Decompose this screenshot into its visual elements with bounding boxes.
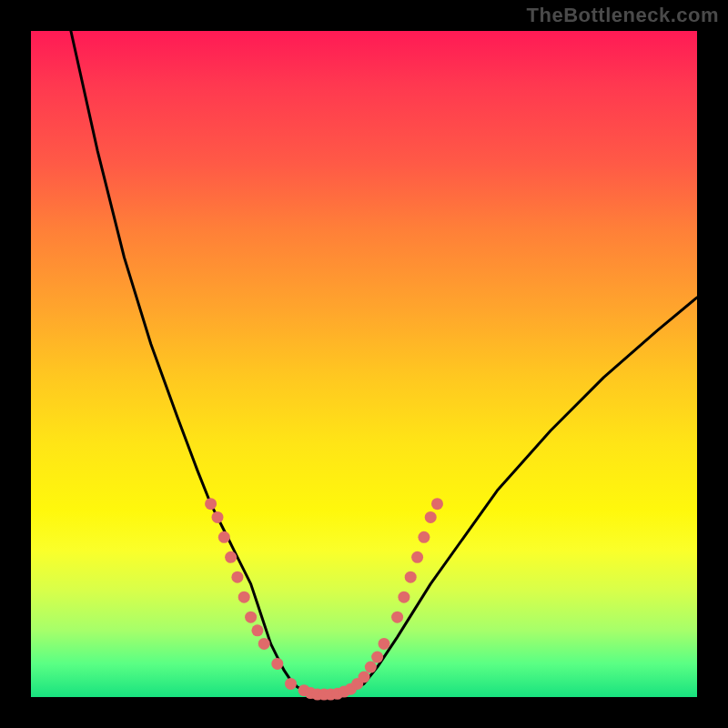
scatter-dot <box>398 592 410 603</box>
scatter-dot <box>225 551 237 563</box>
scatter-dots <box>205 498 443 700</box>
scatter-dot <box>238 592 250 603</box>
scatter-dot <box>425 511 437 523</box>
scatter-dot <box>205 498 217 510</box>
scatter-dot <box>212 511 224 523</box>
scatter-dot <box>379 638 390 650</box>
curve-path <box>71 31 697 695</box>
scatter-dot <box>371 652 383 663</box>
scatter-dot <box>431 498 443 510</box>
plot-area <box>31 31 697 697</box>
scatter-dot <box>271 658 283 670</box>
watermark-text: TheBottleneck.com <box>527 4 719 27</box>
scatter-dot <box>285 678 297 690</box>
scatter-dot <box>258 638 270 650</box>
scatter-dot <box>391 612 403 623</box>
scatter-dot <box>359 672 370 683</box>
scatter-dot <box>418 531 430 543</box>
scatter-dot <box>251 624 263 636</box>
scatter-dot <box>218 531 230 543</box>
chart-svg <box>31 31 697 697</box>
scatter-dot <box>245 612 257 623</box>
scatter-dot <box>405 571 417 583</box>
chart-frame: TheBottleneck.com <box>0 0 728 728</box>
scatter-dot <box>231 571 243 583</box>
scatter-dot <box>411 551 423 563</box>
bottleneck-curve <box>71 31 697 695</box>
scatter-dot <box>365 662 377 673</box>
